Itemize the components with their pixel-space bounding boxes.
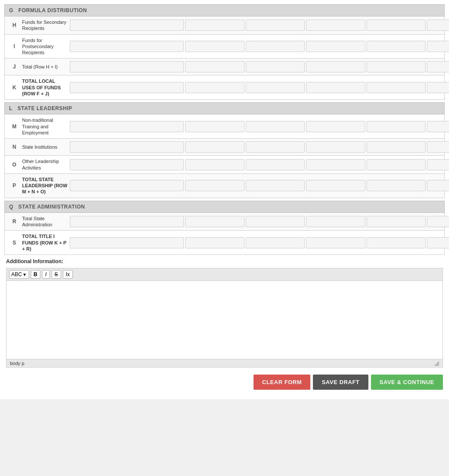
bold-icon: B [34,271,38,277]
row-p-input-1[interactable] [70,180,184,191]
row-m-input-5[interactable] [367,121,426,132]
row-n-input-3[interactable] [246,141,305,153]
row-j-input-3[interactable] [246,61,305,72]
page-wrapper: G FORMULA DISTRIBUTION H Funds for Secon… [0,0,449,399]
row-n-input-5[interactable] [367,141,426,153]
row-r-letter: R [7,218,22,225]
row-s-input-2[interactable] [185,237,244,248]
row-k-input-2[interactable] [185,82,244,93]
row-j-input-1[interactable] [70,61,184,72]
row-m-input-3[interactable] [246,121,305,132]
row-k-input-5[interactable] [367,82,426,93]
bold-button[interactable]: B [31,270,41,279]
row-p-label: TOTAL STATE LEADERSHIP (Row M + N + O) [22,176,70,195]
row-i-input-6[interactable] [427,41,449,52]
row-o-input-1[interactable] [70,159,184,170]
row-m: M Non-traditional Training and Employmen… [4,114,445,139]
row-p-input-2[interactable] [185,180,244,191]
editor-statusbar: body p [7,359,442,367]
section-q-title: STATE ADMINISTRATION [18,204,85,210]
row-o-input-4[interactable] [306,159,365,170]
row-j-letter: J [7,64,22,70]
row-n-input-4[interactable] [306,141,365,153]
clear-form-button[interactable]: CLEAR FORM [254,375,311,390]
spell-check-button[interactable]: ABC ▼ [9,270,29,279]
row-m-input-4[interactable] [306,121,365,132]
row-h-input-4[interactable] [306,20,365,31]
row-j-input-5[interactable] [367,61,426,72]
spell-check-dropdown-icon[interactable]: ▼ [23,272,27,277]
row-k-inputs [70,82,449,93]
editor-resize-handle[interactable] [434,361,439,366]
row-m-input-6[interactable] [427,121,449,132]
row-p-input-5[interactable] [367,180,426,191]
row-s-input-6[interactable] [427,237,449,248]
row-k-input-1[interactable] [70,82,184,93]
remove-format-button[interactable]: Ix [63,270,73,279]
row-i-input-1[interactable] [70,41,184,52]
row-i-input-5[interactable] [367,41,426,52]
row-p-inputs [70,180,449,191]
row-m-input-1[interactable] [70,121,184,132]
row-s-input-3[interactable] [246,237,305,248]
row-r-input-2[interactable] [185,216,244,227]
row-h-input-3[interactable] [246,20,305,31]
row-h-input-6[interactable] [427,20,449,31]
row-o-input-3[interactable] [246,159,305,170]
row-j-input-6[interactable] [427,61,449,72]
row-m-label: Non-traditional Training and Employment [22,117,70,136]
row-r-input-4[interactable] [306,216,365,227]
row-p: P TOTAL STATE LEADERSHIP (Row M + N + O) [4,174,445,198]
row-j-input-2[interactable] [185,61,244,72]
row-s-input-5[interactable] [367,237,426,248]
row-i-input-2[interactable] [185,41,244,52]
row-s-label: TOTAL TITLE I FUNDS (Row K + P + R) [22,233,70,252]
row-m-input-2[interactable] [185,121,244,132]
row-i: I Funds for Postsecondary Recipients [4,35,445,59]
row-p-input-6[interactable] [427,180,449,191]
row-o-input-2[interactable] [185,159,244,170]
row-s-input-1[interactable] [70,237,184,248]
row-p-input-3[interactable] [246,180,305,191]
row-h-letter: H [7,22,22,28]
row-o-input-6[interactable] [427,159,449,170]
row-h-input-2[interactable] [185,20,244,31]
editor-content-area[interactable] [7,281,442,359]
row-n-input-1[interactable] [70,141,184,153]
editor-status-text: body p [10,361,24,366]
row-s-input-4[interactable] [306,237,365,248]
section-g-header: G FORMULA DISTRIBUTION [4,4,445,16]
row-p-input-4[interactable] [306,180,365,191]
row-i-letter: I [7,43,22,49]
row-i-input-3[interactable] [246,41,305,52]
row-r-input-6[interactable] [427,216,449,227]
row-n-inputs [70,141,449,153]
section-q-letter: Q [9,204,13,210]
row-r-label: Total State Administration [22,215,70,228]
remove-format-icon: Ix [66,271,70,277]
row-r-input-5[interactable] [367,216,426,227]
row-h-input-1[interactable] [70,20,184,31]
row-s-letter: S [7,240,22,246]
row-k-input-4[interactable] [306,82,365,93]
row-o: O Other Leadership Activities [4,156,445,174]
strikethrough-button[interactable]: S [52,270,61,279]
row-j-input-4[interactable] [306,61,365,72]
row-n-input-6[interactable] [427,141,449,153]
row-h: H Funds for Secondary Recipients [4,16,445,35]
row-s: S TOTAL TITLE I FUNDS (Row K + P + R) [4,231,445,255]
row-k-input-3[interactable] [246,82,305,93]
row-o-input-5[interactable] [367,159,426,170]
save-continue-button[interactable]: SAVE & CONTINUE [371,375,443,390]
italic-button[interactable]: I [42,270,49,279]
footer-buttons: CLEAR FORM SAVE DRAFT SAVE & CONTINUE [4,369,445,395]
row-h-input-5[interactable] [367,20,426,31]
row-o-letter: O [7,162,22,168]
row-r-input-3[interactable] [246,216,305,227]
row-k-input-6[interactable] [427,82,449,93]
save-draft-button[interactable]: SAVE DRAFT [313,375,368,390]
row-i-input-4[interactable] [306,41,365,52]
row-r-input-1[interactable] [70,216,184,227]
section-q-header: Q STATE ADMINISTRATION [4,201,445,213]
row-n-input-2[interactable] [185,141,244,153]
